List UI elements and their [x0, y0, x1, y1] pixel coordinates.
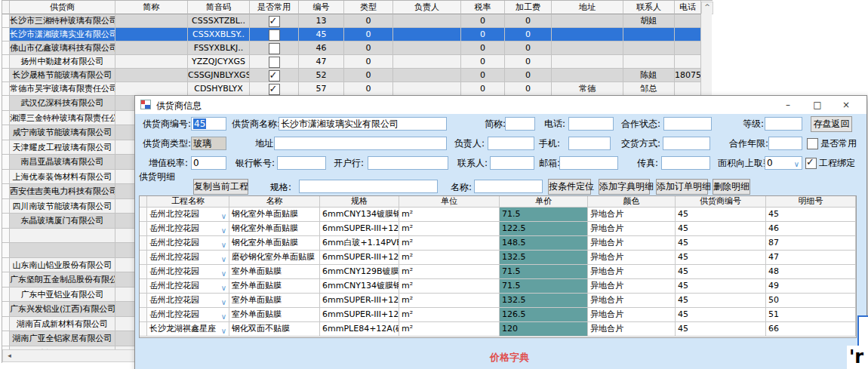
common-flag-cell[interactable]	[250, 69, 299, 82]
detail-cell[interactable]: 6mmCNY134镀膜钢化	[320, 279, 399, 294]
scroll-left-button[interactable]	[4, 351, 15, 361]
supplier-cell[interactable]: 佛山市亿鑫玻璃科技有限公司	[10, 42, 115, 55]
name-filter-input[interactable]	[474, 180, 543, 193]
detail-cell[interactable]: 45	[676, 251, 766, 265]
detail-cell[interactable]: m²	[399, 294, 500, 308]
supplier-cell[interactable]	[675, 14, 701, 28]
detail-cell[interactable]: 6mmPLE84+12A(硅酮胶...	[320, 322, 399, 337]
supplier-cell[interactable]: 湘潭三金特种玻璃有限责任公司	[10, 111, 115, 126]
detail-cell[interactable]: m²	[399, 265, 500, 279]
project-combo-cell[interactable]: 岳州北控花园	[147, 279, 229, 294]
supplier-id-input[interactable]: 45	[191, 117, 226, 131]
close-button[interactable]: ×	[833, 96, 859, 114]
detail-cell[interactable]: m²	[399, 279, 500, 294]
column-header[interactable]: 联系人	[623, 1, 675, 14]
detail-cell[interactable]: 异地合片	[588, 265, 676, 279]
column-header[interactable]: 工程名称	[147, 196, 229, 208]
supplier-cell[interactable]: 四川南玻节能玻璃有限公司	[10, 199, 115, 214]
common-flag-cell[interactable]	[250, 55, 299, 69]
bank-name-input[interactable]	[368, 156, 448, 170]
detail-cell[interactable]: 钢化室外单面贴膜	[229, 222, 320, 236]
detail-cell[interactable]: 50	[766, 294, 856, 308]
checkbox-icon[interactable]	[269, 57, 280, 68]
supplier-row[interactable]: 长沙市潇湘玻璃实业有限公司CSSXXBLSY..45000	[2, 28, 712, 42]
column-header[interactable]: 供货商	[10, 1, 115, 14]
detail-cell[interactable]: 6mmSUPER-III+12A(硅...	[320, 222, 399, 236]
unit-price-cell[interactable]: 132.5	[500, 251, 588, 265]
supplier-cell[interactable]: 0	[461, 69, 505, 82]
detail-cell[interactable]: 6mm白玻+1.14PVB+6mm...	[320, 236, 399, 251]
supplier-cell[interactable]: YZZQJCYXGS	[188, 55, 250, 69]
scroll-up-button[interactable]	[701, 2, 713, 14]
supplier-cell[interactable]	[10, 229, 115, 244]
supplier-cell[interactable]: 0	[461, 14, 505, 28]
detail-cell[interactable]: 49	[766, 279, 856, 294]
detail-cell[interactable]: 45	[676, 265, 766, 279]
supplier-cell[interactable]: 0	[344, 69, 393, 82]
checkbox-icon[interactable]	[269, 29, 280, 41]
supplier-row[interactable]: 长沙晟格节能玻璃有限公司CSSGJNBLYXGS52000陈姐180751	[2, 69, 712, 82]
project-combo-cell[interactable]: 岳州北控花园	[147, 236, 229, 251]
detail-cell[interactable]: 45	[676, 236, 766, 251]
detail-cell[interactable]: 异地合片	[588, 322, 676, 337]
detail-cell[interactable]: 6mmSUPER-III+12A(硅...	[320, 308, 399, 322]
project-combo-cell[interactable]: 岳州北控花园	[147, 265, 229, 279]
detail-cell[interactable]: 室外单面贴膜	[229, 294, 320, 308]
supplier-cell[interactable]: 长沙市三湘特种玻璃有限公司	[10, 14, 115, 28]
detail-row[interactable]: 岳州北控花园磨砂钢化室外单面贴膜6mmSUPER-III+12A(硅...m²1…	[140, 251, 856, 265]
supplier-cell[interactable]	[675, 42, 701, 55]
supplier-cell[interactable]: 长沙市潇湘玻璃实业有限公司	[10, 28, 115, 42]
supplier-cell[interactable]: 上海优泰装饰材料有限公司	[10, 170, 115, 185]
detail-cell[interactable]: 异地合片	[588, 222, 676, 236]
detail-row[interactable]: 岳州北控花园室外单面贴膜6mmSUPER-III+12A(硅...m²132.5…	[140, 294, 856, 308]
supplier-cell[interactable]: 47	[299, 55, 344, 69]
supplier-cell[interactable]: 0	[344, 82, 393, 96]
column-header[interactable]: 是否常用	[250, 1, 299, 14]
supplier-cell[interactable]	[675, 82, 701, 96]
locate-by-condition-button[interactable]: 按条件定位	[548, 179, 591, 195]
supplier-cell[interactable]	[552, 14, 623, 28]
unit-price-cell[interactable]: 132.5	[500, 294, 588, 308]
supplier-cell[interactable]	[623, 42, 675, 55]
project-bind-checkbox[interactable]: 工程绑定	[805, 157, 855, 169]
detail-cell[interactable]: 室外单面贴膜	[229, 279, 320, 294]
supplier-cell[interactable]: 0	[505, 28, 552, 42]
supplier-cell[interactable]: CSSGJNBLYXGS	[188, 69, 250, 82]
is-common-checkbox[interactable]: 是否常用	[807, 137, 857, 149]
common-flag-cell[interactable]	[250, 28, 299, 42]
supplier-cell[interactable]	[115, 82, 188, 96]
contact-input[interactable]	[490, 156, 534, 170]
checkbox-icon[interactable]	[269, 43, 280, 54]
supplier-cell[interactable]: 常德	[552, 82, 623, 96]
detail-cell[interactable]: 45	[676, 208, 766, 222]
address-input[interactable]	[274, 137, 447, 150]
detail-row[interactable]: 岳州北控花园钢化室外单面贴膜6mmCNY134镀膜钢化m²71.5异地合片454…	[140, 208, 856, 222]
detail-cell[interactable]: 51	[766, 308, 856, 322]
supplier-cell[interactable]: 咸宁南玻节能玻璃有限公司	[10, 125, 115, 140]
column-header[interactable]: 简称	[115, 1, 188, 14]
supplier-cell[interactable]: 0	[505, 14, 552, 28]
supplier-cell[interactable]: 常德市昊宇玻璃有限责任公司	[10, 82, 115, 96]
checkbox-icon[interactable]	[269, 84, 280, 95]
save-return-button[interactable]: 存盘返回	[811, 116, 852, 132]
supplier-cell[interactable]: 46	[299, 42, 344, 55]
supplier-cell[interactable]: 52	[299, 69, 344, 82]
supplier-cell[interactable]	[675, 28, 701, 42]
bank-account-input[interactable]	[277, 156, 326, 170]
supplier-cell[interactable]: 0	[461, 42, 505, 55]
checkbox-icon[interactable]	[805, 158, 817, 169]
supplier-cell[interactable]	[10, 243, 115, 258]
checkbox-icon[interactable]	[807, 138, 818, 149]
column-header[interactable]: 负责人	[393, 1, 461, 14]
detail-cell[interactable]: 6mmCNY134镀膜钢化	[320, 208, 399, 222]
detail-cell[interactable]: 异地合片	[588, 294, 676, 308]
detail-cell[interactable]: 45	[676, 322, 766, 337]
add-order-detail-button[interactable]: 添加订单明细	[656, 179, 708, 195]
supplier-cell[interactable]: 广东坚朗五金制品股份有限公司	[10, 272, 115, 288]
supplier-cell[interactable]: 0	[505, 42, 552, 55]
detail-cell[interactable]: 46	[766, 222, 856, 236]
common-flag-cell[interactable]	[250, 42, 299, 55]
vat-rate-input[interactable]: 0	[191, 156, 226, 170]
unit-price-cell[interactable]: 126.5	[500, 308, 588, 322]
detail-cell[interactable]: 6mmSUPER-III+12A(硅...	[320, 294, 399, 308]
